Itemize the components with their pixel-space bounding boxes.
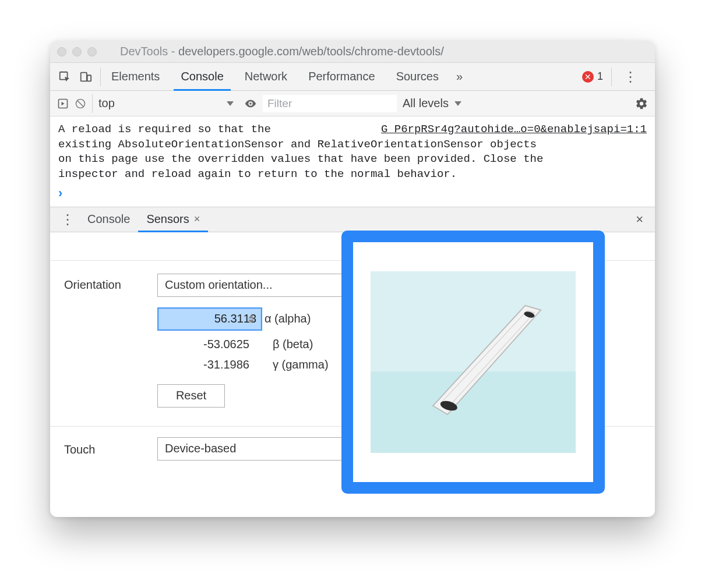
main-tabstrip: Elements Console Network Performance Sou…	[50, 63, 655, 91]
drawer-tab-console[interactable]: Console	[79, 207, 138, 232]
title-url: developers.google.com/web/tools/chrome-d…	[178, 45, 444, 58]
tabs-overflow-button[interactable]: »	[449, 63, 470, 90]
title-prefix: DevTools -	[120, 45, 178, 58]
close-drawer-button[interactable]: ×	[630, 210, 649, 229]
drawer-tab-sensors[interactable]: Sensors ×	[138, 207, 208, 232]
traffic-lights	[57, 47, 97, 56]
execute-icon[interactable]	[57, 98, 69, 109]
console-text: existing AbsoluteOrientationSensor and R…	[58, 137, 647, 153]
separator	[92, 94, 93, 113]
close-window-button[interactable]	[57, 47, 66, 56]
svg-rect-2	[87, 75, 91, 81]
tab-network[interactable]: Network	[234, 63, 298, 90]
drawer-more-button[interactable]: ⋮	[57, 211, 79, 228]
zoom-window-button[interactable]	[87, 47, 97, 56]
window-titlebar: DevTools - developers.google.com/web/too…	[50, 41, 655, 63]
console-text: A reload is required so that the	[58, 123, 271, 136]
alpha-input[interactable]	[157, 307, 262, 331]
svg-rect-1	[81, 72, 87, 81]
tab-console[interactable]: Console	[170, 63, 234, 90]
tab-performance[interactable]: Performance	[298, 63, 386, 90]
execution-context-select[interactable]: top	[98, 97, 238, 110]
alpha-label: α (alpha)	[265, 312, 311, 325]
drawer-tabstrip: ⋮ Console Sensors × ×	[50, 207, 655, 232]
more-menu-button[interactable]: ⋮	[620, 69, 641, 85]
toggle-device-toolbar-icon[interactable]	[79, 70, 92, 83]
log-levels-select[interactable]: All levels	[403, 97, 466, 110]
reset-button[interactable]: Reset	[157, 384, 225, 408]
beta-value[interactable]: -53.0625	[157, 338, 262, 351]
prompt-caret-icon: ›	[58, 186, 62, 201]
error-count-value: 1	[597, 70, 603, 83]
chevron-down-icon	[454, 101, 461, 106]
error-icon: ✕	[582, 71, 594, 83]
console-source-link[interactable]: G P6rpRSr4g?autohide…o=0&enablejsapi=1:1	[381, 122, 647, 137]
touch-select[interactable]	[157, 437, 366, 461]
svg-line-5	[77, 100, 84, 107]
minimize-window-button[interactable]	[72, 47, 82, 56]
window-title: DevTools - developers.google.com/web/too…	[103, 45, 648, 58]
svg-point-6	[249, 102, 252, 105]
orientation-preview[interactable]	[371, 271, 576, 453]
chevron-down-icon	[227, 101, 234, 106]
console-text: on this page use the overridden values t…	[58, 152, 647, 167]
inspect-element-icon[interactable]	[58, 70, 71, 83]
device-model[interactable]	[407, 271, 564, 453]
orientation-preset-value[interactable]	[157, 274, 346, 297]
execution-context-value: top	[98, 97, 115, 110]
touch-label: Touch	[64, 441, 140, 456]
beta-label: β (beta)	[273, 338, 313, 351]
console-toolbar: top All levels	[50, 91, 655, 116]
orientation-label: Orientation	[64, 274, 140, 292]
gamma-label: γ (gamma)	[273, 358, 329, 371]
live-expression-icon[interactable]	[244, 97, 257, 110]
console-prompt[interactable]: ›	[50, 185, 655, 207]
orientation-preset-select[interactable]	[157, 274, 366, 297]
console-settings-icon[interactable]	[635, 97, 648, 110]
console-text: inspector and reload again to return to …	[58, 167, 647, 182]
separator	[611, 68, 612, 86]
log-levels-value: All levels	[403, 97, 449, 110]
tab-sources[interactable]: Sources	[386, 63, 449, 90]
touch-value[interactable]	[157, 437, 346, 461]
console-message: A reload is required so that the G P6rpR…	[50, 116, 655, 185]
orientation-preview-highlight	[341, 231, 605, 494]
clear-console-icon[interactable]	[75, 98, 86, 109]
gamma-value[interactable]: -31.1986	[157, 358, 262, 371]
close-tab-icon[interactable]: ×	[194, 213, 200, 225]
console-filter-input[interactable]	[263, 95, 397, 112]
error-count[interactable]: ✕ 1	[582, 70, 603, 83]
tab-elements[interactable]: Elements	[101, 63, 170, 90]
